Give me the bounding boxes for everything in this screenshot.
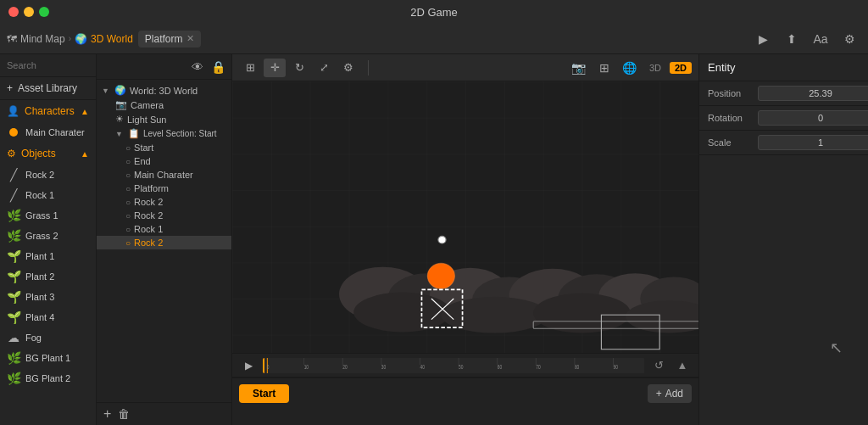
platform-tab[interactable]: Platform ✕ bbox=[138, 31, 201, 48]
move-tool[interactable]: ✛ bbox=[264, 59, 286, 77]
objects-header[interactable]: ⚙ Objects ▲ bbox=[0, 143, 96, 165]
item-label: Plant 1 bbox=[25, 251, 54, 261]
viewport-right-tools: 📷 ⊞ 🌐 3D 2D bbox=[568, 59, 692, 77]
list-item[interactable]: 🌱 Plant 1 bbox=[0, 246, 96, 266]
world-label: 3D World bbox=[91, 33, 133, 45]
world-icon-h: 🌍 bbox=[114, 85, 126, 96]
level-icon-h: 📋 bbox=[128, 128, 140, 139]
item-icon-circle: ○ bbox=[125, 143, 131, 153]
hierarchy-toolbar: 👁 🔒 bbox=[97, 54, 231, 80]
list-item[interactable]: 🌿 BG Plant 1 bbox=[0, 348, 96, 368]
hierarchy-item-rock2b[interactable]: ○ Rock 2 bbox=[97, 209, 231, 222]
world-label-h: World: 3D World bbox=[130, 86, 198, 96]
list-item[interactable]: ☁ Fog bbox=[0, 327, 96, 348]
hierarchy-item-start[interactable]: ○ Start bbox=[97, 141, 231, 154]
breadcrumb-world[interactable]: 🌍 3D World bbox=[75, 33, 133, 45]
hierarchy-world[interactable]: ▼ 🌍 World: 3D World bbox=[97, 83, 231, 98]
chevron-up-icon2: ▲ bbox=[81, 149, 89, 159]
scale-tool[interactable]: ⤢ bbox=[313, 59, 335, 77]
lock-icon[interactable]: 🔒 bbox=[209, 59, 226, 75]
gear-icon: ⚙ bbox=[844, 32, 855, 46]
add-button[interactable]: + Add bbox=[648, 384, 692, 403]
character-icon bbox=[7, 126, 20, 139]
settings-button[interactable]: ⚙ bbox=[837, 27, 861, 51]
close-button[interactable] bbox=[8, 7, 19, 17]
hierarchy-item-rock1[interactable]: ○ Rock 1 bbox=[97, 222, 231, 236]
right-panel: Entity Position Rotation Scale bbox=[698, 54, 868, 425]
hierarchy-item-platform[interactable]: ○ Platform bbox=[97, 182, 231, 195]
delete-hierarchy-button[interactable]: 🗑 bbox=[118, 407, 130, 421]
timeline: ▶ 0 10 20 30 40 bbox=[232, 353, 698, 425]
add-hierarchy-button[interactable]: + bbox=[103, 406, 111, 422]
list-item[interactable]: 🌿 Grass 1 bbox=[0, 205, 96, 226]
list-item[interactable]: ╱ Rock 2 bbox=[0, 165, 96, 185]
transform-tool[interactable]: ⚙ bbox=[337, 59, 359, 77]
timeline-collapse-button[interactable]: ▲ bbox=[673, 356, 692, 375]
hierarchy-light[interactable]: ☀ Light Sun bbox=[97, 112, 231, 126]
item-icon-circle6: ○ bbox=[125, 211, 131, 221]
hierarchy-item-rock2a[interactable]: ○ Rock 2 bbox=[97, 195, 231, 209]
item-label-h: Start bbox=[134, 143, 153, 153]
grid-btn[interactable]: ⊞ bbox=[593, 59, 615, 77]
rotate-tool[interactable]: ↻ bbox=[288, 59, 310, 77]
rotation-x-input[interactable] bbox=[758, 110, 868, 126]
list-item[interactable]: 🌱 Plant 2 bbox=[0, 266, 96, 287]
tab-close-icon[interactable]: ✕ bbox=[186, 33, 194, 44]
item-label-h: Rock 2 bbox=[134, 210, 163, 221]
hierarchy-item-rock2-selected[interactable]: ○ Rock 2 bbox=[97, 236, 231, 249]
breadcrumb: 🗺 Mind Map › 🌍 3D World bbox=[7, 33, 133, 45]
minimize-button[interactable] bbox=[24, 7, 34, 17]
list-item[interactable]: 🌱 Plant 3 bbox=[0, 287, 96, 307]
main-character-item[interactable]: Main Charater bbox=[0, 122, 96, 143]
item-label: Grass 1 bbox=[25, 210, 58, 221]
expand-arrow2: ▼ bbox=[115, 130, 123, 138]
play-button[interactable]: ▶ bbox=[751, 27, 775, 51]
start-label: Start bbox=[253, 388, 275, 400]
person-icon: 👤 bbox=[7, 105, 19, 117]
select-tool[interactable]: ⊞ bbox=[239, 59, 261, 77]
svg-text:10: 10 bbox=[304, 362, 309, 369]
characters-header[interactable]: 👤 Characters ▲ bbox=[0, 100, 96, 122]
scale-x-input[interactable] bbox=[758, 135, 868, 150]
left-sidebar: 🔍 + Asset Library 👤 Characters ▲ Main Ch… bbox=[0, 54, 97, 425]
text-button[interactable]: Aa bbox=[809, 27, 832, 51]
visibility-icon[interactable]: 👁 bbox=[189, 59, 206, 75]
list-item[interactable]: 🌿 Grass 2 bbox=[0, 226, 96, 246]
list-item[interactable]: ╱ Rock 1 bbox=[0, 185, 96, 205]
badge-2d[interactable]: 2D bbox=[670, 62, 692, 74]
share-button[interactable]: ⬆ bbox=[780, 27, 804, 51]
light-icon-h: ☀ bbox=[115, 114, 124, 125]
svg-point-12 bbox=[533, 294, 631, 333]
timeline-controls: ▶ 0 10 20 30 40 bbox=[232, 354, 698, 377]
timeline-play-button[interactable]: ▶ bbox=[239, 356, 258, 375]
list-item[interactable]: 🌿 BG Plant 2 bbox=[0, 368, 96, 389]
hierarchy-level[interactable]: ▼ 📋 Level Section: Start bbox=[97, 126, 231, 141]
asset-library-label: Asset Library bbox=[18, 82, 77, 94]
item-label: Plant 4 bbox=[25, 312, 54, 322]
entity-header: Entity bbox=[699, 54, 868, 81]
timeline-ruler[interactable]: 0 10 20 30 40 50 60 70 80 90 bbox=[263, 358, 644, 373]
list-item[interactable]: 🌱 Plant 4 bbox=[0, 307, 96, 327]
timeline-bottom: Start + Add bbox=[232, 377, 698, 408]
breadcrumb-mindmap[interactable]: 🗺 Mind Map bbox=[7, 33, 65, 45]
hierarchy-item-char[interactable]: ○ Main Charater bbox=[97, 168, 231, 182]
hierarchy-item-end[interactable]: ○ End bbox=[97, 154, 231, 168]
position-x-input[interactable] bbox=[758, 86, 868, 101]
scale-inputs bbox=[758, 135, 868, 150]
characters-label: Characters bbox=[25, 105, 75, 117]
camera-btn[interactable]: 📷 bbox=[568, 59, 590, 77]
camera-label-h: Camera bbox=[131, 100, 164, 110]
badge-3d[interactable]: 3D bbox=[644, 62, 666, 74]
objects-section: ⚙ Objects ▲ ╱ Rock 2 ╱ Rock 1 🌿 Grass 1 … bbox=[0, 143, 96, 389]
plant-icon2: 🌱 bbox=[7, 270, 20, 283]
position-label: Position bbox=[708, 88, 754, 98]
item-label: Plant 2 bbox=[25, 271, 54, 282]
asset-library-button[interactable]: + Asset Library bbox=[0, 77, 96, 100]
hierarchy-camera[interactable]: 📷 Camera bbox=[97, 98, 231, 112]
item-label-h: Rock 2 bbox=[134, 197, 163, 207]
timeline-refresh-button[interactable]: ↺ bbox=[649, 356, 668, 375]
canvas-area[interactable] bbox=[232, 81, 698, 353]
start-button[interactable]: Start bbox=[239, 384, 289, 403]
globe-btn[interactable]: 🌐 bbox=[619, 59, 641, 77]
maximize-button[interactable] bbox=[39, 7, 49, 17]
